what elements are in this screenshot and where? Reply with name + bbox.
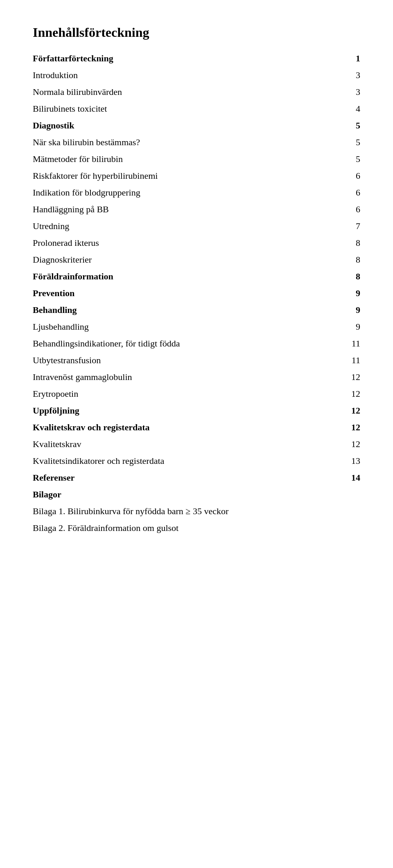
toc-entry: Behandling9 — [33, 303, 360, 317]
toc-container: Innehållsförteckning Författarförtecknin… — [33, 25, 360, 535]
toc-entry-page: 5 — [348, 119, 360, 132]
toc-entry: Indikation för blodgruppering6 — [33, 186, 360, 199]
toc-entry-label: Uppföljning — [33, 404, 348, 417]
toc-entry: Handläggning på BB6 — [33, 202, 360, 216]
toc-entry-label: Kvalitetskrav och registerdata — [33, 421, 348, 434]
toc-entry: Introduktion3 — [33, 68, 360, 82]
toc-entry-label: Normala bilirubinvärden — [33, 85, 348, 99]
toc-entry-page: 12 — [348, 437, 360, 451]
toc-entry: Ljusbehandling9 — [33, 320, 360, 333]
toc-entry-page: 7 — [348, 219, 360, 233]
toc-entry: Utredning7 — [33, 219, 360, 233]
toc-entry-page: 11 — [348, 353, 360, 367]
toc-entry-label: Kvalitetskrav — [33, 437, 348, 451]
toc-entry-page: 9 — [348, 286, 360, 300]
toc-entry-page: 8 — [348, 236, 360, 250]
toc-entry: Behandlingsindikationer, för tidigt född… — [33, 337, 360, 350]
toc-entry-page: 6 — [348, 169, 360, 182]
toc-entry: Kvalitetskrav12 — [33, 437, 360, 451]
toc-entry-label: Bilirubinets toxicitet — [33, 102, 348, 115]
toc-entry-label: Indikation för blodgruppering — [33, 186, 348, 199]
toc-entry-label: Diagnoskriterier — [33, 253, 348, 266]
toc-entry-page: 3 — [348, 85, 360, 99]
toc-entry: Diagnostik5 — [33, 119, 360, 132]
toc-entry-label: Introduktion — [33, 68, 348, 82]
toc-entry: Kvalitetskrav och registerdata12 — [33, 421, 360, 434]
toc-entry-page: 9 — [348, 303, 360, 317]
toc-entry-label: Författarförteckning — [33, 52, 348, 65]
toc-entry-label: Referenser — [33, 471, 348, 484]
toc-entry: Erytropoetin12 — [33, 387, 360, 400]
toc-entry-label: Diagnostik — [33, 119, 348, 132]
toc-entry-page: 1 — [348, 52, 360, 65]
toc-title: Innehållsförteckning — [33, 25, 360, 40]
toc-entry-label: Prevention — [33, 286, 348, 300]
toc-entries: Författarförteckning1Introduktion3Normal… — [33, 52, 360, 535]
toc-entry-label: Utredning — [33, 219, 348, 233]
toc-entry-page: 13 — [348, 454, 360, 468]
toc-entry: Uppföljning12 — [33, 404, 360, 417]
toc-entry: Kvalitetsindikatorer och registerdata13 — [33, 454, 360, 468]
toc-entry-page: 4 — [348, 102, 360, 115]
toc-entry: Utbytestransfusion11 — [33, 353, 360, 367]
toc-entry-label: När ska bilirubin bestämmas? — [33, 135, 348, 149]
toc-entry-label: Kvalitetsindikatorer och registerdata — [33, 454, 348, 468]
toc-entry-page: 5 — [348, 135, 360, 149]
toc-entry: Prevention9 — [33, 286, 360, 300]
toc-entry: Riskfaktorer för hyperbilirubinemi6 — [33, 169, 360, 182]
toc-entry-page: 11 — [348, 337, 360, 350]
toc-entry-label: Mätmetoder för bilirubin — [33, 152, 348, 166]
toc-entry-page: 12 — [348, 404, 360, 417]
toc-entry-page: 5 — [348, 152, 360, 166]
toc-entry-page: 12 — [348, 421, 360, 434]
toc-entry: Normala bilirubinvärden3 — [33, 85, 360, 99]
toc-entry-label: Ljusbehandling — [33, 320, 348, 333]
toc-entry-page: 3 — [348, 68, 360, 82]
toc-entry-page: 12 — [348, 370, 360, 384]
toc-entry-page: 6 — [348, 202, 360, 216]
toc-entry-label: Riskfaktorer för hyperbilirubinemi — [33, 169, 348, 182]
toc-entry: Föräldrainformation8 — [33, 270, 360, 283]
toc-section-header: Bilagor — [33, 488, 360, 501]
toc-entry: Referenser14 — [33, 471, 360, 484]
toc-entry-page: 14 — [348, 471, 360, 484]
toc-entry-label: Handläggning på BB — [33, 202, 348, 216]
toc-entry-page: 8 — [348, 270, 360, 283]
toc-entry: Bilirubinets toxicitet4 — [33, 102, 360, 115]
toc-entry: Diagnoskriterier8 — [33, 253, 360, 266]
toc-entry-page: 12 — [348, 387, 360, 400]
toc-entry-page: 8 — [348, 253, 360, 266]
toc-sub-entry: Bilaga 1. Bilirubinkurva för nyfödda bar… — [33, 504, 360, 518]
toc-entry: Prolonerad ikterus8 — [33, 236, 360, 250]
toc-entry: Intravenöst gammaglobulin12 — [33, 370, 360, 384]
toc-entry-label: Prolonerad ikterus — [33, 236, 348, 250]
toc-entry-page: 6 — [348, 186, 360, 199]
toc-entry-page: 9 — [348, 320, 360, 333]
toc-entry: Mätmetoder för bilirubin5 — [33, 152, 360, 166]
toc-entry-label: Föräldrainformation — [33, 270, 348, 283]
toc-entry-label: Utbytestransfusion — [33, 353, 348, 367]
toc-sub-entry: Bilaga 2. Föräldrainformation om gulsot — [33, 521, 360, 535]
toc-entry-label: Behandling — [33, 303, 348, 317]
toc-entry: Författarförteckning1 — [33, 52, 360, 65]
toc-entry-label: Behandlingsindikationer, för tidigt född… — [33, 337, 348, 350]
toc-entry-label: Intravenöst gammaglobulin — [33, 370, 348, 384]
toc-entry-label: Erytropoetin — [33, 387, 348, 400]
toc-entry: När ska bilirubin bestämmas?5 — [33, 135, 360, 149]
